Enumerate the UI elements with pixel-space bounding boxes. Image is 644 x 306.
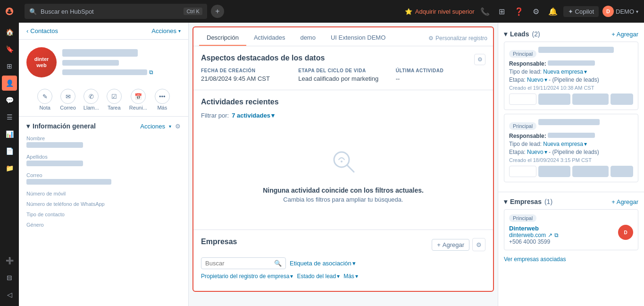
nav-contacts-icon[interactable]: 👤 <box>2 76 17 91</box>
owner-filter[interactable]: Propietario del registro de empresa ▾ <box>201 273 293 280</box>
meeting-icon: 📅 <box>131 89 146 104</box>
settings-icon[interactable]: ⚙ <box>529 5 543 18</box>
meeting-button[interactable]: 📅 Reuni... <box>129 89 147 110</box>
lead-btn-gray-2[interactable] <box>538 166 570 177</box>
nav-plus-icon[interactable]: ➕ <box>2 253 17 268</box>
search-bar[interactable]: 🔍 Buscar en HubSpot Ctrl K <box>25 4 207 19</box>
company-name[interactable]: Dinterweb <box>509 225 618 232</box>
companies-right-title[interactable]: ▾ Empresas (1) <box>504 198 552 205</box>
copilot-button[interactable]: ✦ Copilot <box>563 6 599 17</box>
company-card-1: Principal Dinterweb dinterweb.com ↗ ⧉ +5… <box>504 209 638 250</box>
stage-chevron-icon-2: ▾ <box>544 149 547 155</box>
collapse-icon[interactable]: ▾ <box>26 122 30 130</box>
field-whatsapp: Número de teléfono de WhatsApp <box>26 201 181 207</box>
empty-desc: Cambia los filtros para ampliar tu búsqu… <box>283 196 403 203</box>
leads-collapse-icon: ▾ <box>504 30 507 38</box>
companies-search-input[interactable] <box>205 260 271 267</box>
field-apellidos: Apellidos <box>26 154 181 168</box>
field-correo: Correo <box>26 172 181 186</box>
bell-icon[interactable]: 🔔 <box>546 5 560 18</box>
email-button[interactable]: ✉ Correo <box>60 89 76 110</box>
lead-date-2: Creado el 18/09/2024 3:15 PM CST <box>509 157 633 163</box>
nav-list-icon[interactable]: ☰ <box>2 110 17 125</box>
company-domain[interactable]: dinterweb.com ↗ ⧉ <box>509 232 618 238</box>
task-button[interactable]: ☑ Tarea <box>107 89 122 110</box>
phone-icon[interactable]: 📞 <box>478 5 492 18</box>
highlights-grid: FECHA DE CREACIÓN 21/08/2024 9:45 AM CST… <box>201 68 485 82</box>
association-tag-filter[interactable]: Etiqueta de asociación ▾ <box>290 260 356 267</box>
nav-collapse-icon[interactable]: ◁ <box>2 287 17 302</box>
companies-search[interactable]: 🔍 <box>201 257 286 269</box>
lead-buttons-2 <box>509 166 633 177</box>
contact-header: dinterweb ⧉ <box>19 40 188 85</box>
see-more-companies[interactable]: Ver empresas asociadas <box>504 254 638 264</box>
lead-card-1: Principal Responsable: Tipo de lead: Nue… <box>504 42 638 110</box>
panel-tabs-container: Descripción Actividades demo UI Extensio… <box>193 27 493 46</box>
owner-chevron-icon: ▾ <box>290 273 293 280</box>
hubspot-logo[interactable] <box>2 4 17 19</box>
note-icon: ✎ <box>37 89 52 104</box>
copy-domain-icon: ⧉ <box>554 232 559 238</box>
back-to-contacts[interactable]: ‹ Contactos <box>26 27 58 34</box>
field-movil: Número de móvil <box>26 191 181 196</box>
companies-add-btn[interactable]: + Agregar <box>432 239 469 251</box>
lead-status-chevron-icon: ▾ <box>337 273 340 280</box>
highlights-section: Aspectos destacados de los datos ⚙ FECHA… <box>193 46 493 90</box>
help-icon[interactable]: ❓ <box>512 5 526 18</box>
lead-status-filter[interactable]: Estado del lead ▾ <box>297 273 340 280</box>
tab-descripcion[interactable]: Descripción <box>199 30 246 46</box>
info-settings-icon[interactable]: ⚙ <box>175 123 181 130</box>
nav-chart-icon[interactable]: 📊 <box>2 127 17 142</box>
filter-activities-link[interactable]: 7 actividades ▾ <box>232 112 275 119</box>
call-button[interactable]: ✆ Llam... <box>84 89 99 110</box>
company-info: Dinterweb dinterweb.com ↗ ⧉ +506 4000 35… <box>509 225 618 245</box>
nav-bookmark-icon[interactable]: 🔖 <box>2 42 17 57</box>
tag-chevron-icon: ▾ <box>352 260 356 267</box>
lead-btn-gray-1[interactable] <box>538 94 570 105</box>
companies-gear-btn[interactable]: ⚙ <box>472 238 485 251</box>
tab-ui-extension[interactable]: UI Extension DEMO <box>323 30 393 46</box>
sidebar-actions-btn[interactable]: Acciones ▾ <box>151 27 181 34</box>
nav-folder-icon[interactable]: 📁 <box>2 161 17 176</box>
personalize-link[interactable]: ⚙ Personalizar registro <box>428 35 487 42</box>
companies-add-link[interactable]: + Agregar <box>611 198 638 205</box>
lead-btn-white-1[interactable] <box>509 94 536 105</box>
upgrade-link[interactable]: ⭐ Adquirir nivel superior <box>405 8 475 15</box>
left-navigation: 🏠 🔖 ⊞ 👤 💬 ☰ 📊 📄 📁 ➕ ⊟ ◁ <box>0 0 19 306</box>
note-button[interactable]: ✎ Nota <box>37 89 52 110</box>
more-button[interactable]: ••• Más <box>155 89 170 110</box>
companies-right-section: ▾ Empresas (1) + Agregar Principal Dinte… <box>498 194 644 268</box>
tab-actividades[interactable]: Actividades <box>246 30 293 46</box>
nav-home-icon[interactable]: 🏠 <box>2 25 17 40</box>
leads-add-btn[interactable]: + Agregar <box>611 31 638 38</box>
more-filter[interactable]: Más ▾ <box>343 273 358 280</box>
lead-btn-sm-2[interactable] <box>611 166 633 177</box>
user-menu[interactable]: D DEMO ▾ <box>602 6 638 17</box>
lead-stage-link-2[interactable]: Nuevo ▾ <box>527 149 547 155</box>
add-button[interactable]: + <box>211 5 224 18</box>
lead-type-link-1[interactable]: Nueva empresa ▾ <box>543 68 587 75</box>
lead-principal-badge-1: Principal <box>509 50 536 58</box>
highlights-title: Aspectos destacados de los datos <box>201 54 325 62</box>
lead-btn-sm-1[interactable] <box>611 94 633 105</box>
lead-btn-blue-2[interactable] <box>572 166 609 177</box>
divider-1 <box>498 192 644 192</box>
leads-section-title[interactable]: ▾ Leads (2) <box>504 30 540 38</box>
lead-type-link-2[interactable]: Nueva empresa ▾ <box>543 141 587 147</box>
nav-docs-icon[interactable]: 📄 <box>2 144 17 159</box>
nav-chat-icon[interactable]: 💬 <box>2 93 17 108</box>
lead-btn-white-2[interactable] <box>509 166 536 177</box>
apps-icon[interactable]: ⊞ <box>495 5 509 18</box>
search-icon: 🔍 <box>274 260 282 267</box>
tab-demo[interactable]: demo <box>293 30 323 46</box>
nav-table-icon[interactable]: ⊟ <box>2 270 17 285</box>
lead-btn-blue-1[interactable] <box>572 94 609 105</box>
copy-email-icon[interactable]: ⧉ <box>149 69 153 76</box>
field-nombre: Nombre <box>26 136 181 149</box>
info-actions-btn[interactable]: Acciones <box>140 123 165 130</box>
nav-grid-icon[interactable]: ⊞ <box>2 59 17 74</box>
info-section-actions: Acciones ▾ ⚙ <box>140 123 181 130</box>
more-icon: ••• <box>155 89 170 104</box>
highlights-settings-btn[interactable]: ⚙ <box>474 54 485 65</box>
lead-stage-link-1[interactable]: Nuevo ▾ <box>527 76 547 83</box>
